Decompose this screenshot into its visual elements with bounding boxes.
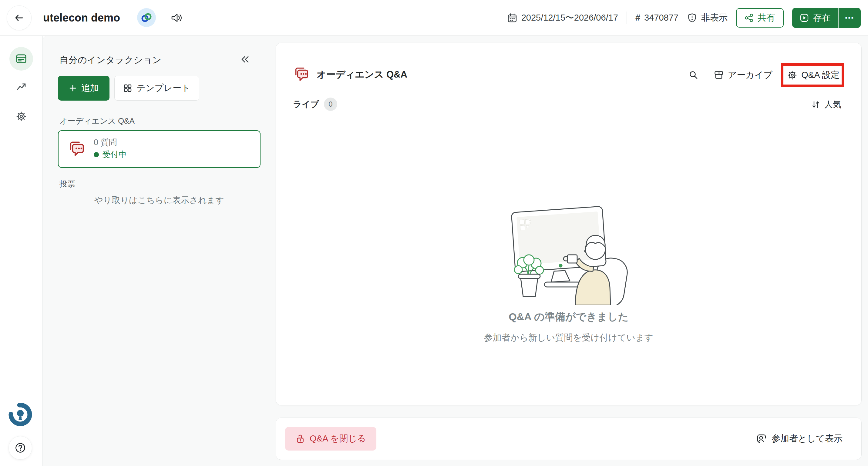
event-code[interactable]: # 3470877: [636, 13, 678, 23]
qa-bubbles-icon-small: [293, 66, 311, 83]
trending-up-icon: [16, 81, 27, 92]
present-split-button: 存在 ⋯: [792, 8, 861, 28]
qa-panel-title: オーディエンス Q&A: [317, 68, 407, 81]
view-as-participant-button[interactable]: 参加者として表示: [756, 418, 842, 460]
event-code-text: 3470877: [644, 13, 678, 23]
event-title: utelecon demo: [43, 0, 120, 35]
view-as-participant-label: 参加者として表示: [772, 433, 842, 445]
present-button[interactable]: 存在: [792, 8, 838, 28]
empty-state-title: Q&A の準備ができました: [508, 310, 628, 324]
templates-button[interactable]: テンプレート: [114, 76, 199, 101]
webex-logo-icon: [140, 11, 153, 24]
participant-view-icon: [756, 433, 767, 444]
rail-item-settings[interactable]: [16, 111, 27, 122]
back-arrow-icon: [13, 12, 25, 24]
qa-section-label: オーディエンス Q&A: [59, 116, 135, 126]
qa-interaction-card[interactable]: 0 質問 受付中: [58, 130, 260, 168]
back-button[interactable]: [7, 5, 32, 30]
add-interaction-button[interactable]: 追加: [58, 76, 110, 101]
present-label: 存在: [813, 12, 831, 24]
hash-icon: #: [636, 13, 640, 23]
share-label: 共有: [757, 12, 775, 24]
settings-gear-icon: [787, 70, 797, 80]
visibility-status[interactable]: 非表示: [687, 12, 727, 24]
live-tab-label: ライブ: [293, 98, 319, 110]
interactions-panel-heading: 自分のインタラクション: [59, 54, 161, 66]
archive-icon: [714, 70, 724, 80]
qa-settings-label: Q&A 設定: [801, 69, 839, 81]
share-button[interactable]: 共有: [736, 8, 784, 28]
close-qa-button[interactable]: Q&A を閉じる: [285, 427, 376, 451]
close-qa-label: Q&A を閉じる: [310, 433, 366, 445]
interactions-empty-hint: やり取りはこちらに表示されます: [58, 195, 260, 206]
qa-empty-state: Q&A の準備ができました 参加者から新しい質問を受け付けています: [276, 196, 861, 344]
present-play-icon: [800, 13, 809, 23]
empty-state-subtitle: 参加者から新しい質問を受け付けています: [484, 332, 653, 344]
announcement-icon[interactable]: [170, 11, 183, 25]
qa-status: 受付中: [94, 149, 127, 160]
collapse-panel-button[interactable]: [239, 53, 252, 66]
status-dot: [94, 152, 99, 157]
shield-alert-icon: [687, 13, 697, 23]
rail-item-analytics[interactable]: [16, 81, 27, 92]
qa-main-panel: オーディエンス Q&A: [276, 43, 862, 405]
template-label: テンプレート: [136, 82, 190, 94]
add-label: 追加: [81, 82, 99, 94]
archive-button[interactable]: アーカイブ: [714, 69, 773, 81]
share-icon: [745, 13, 754, 23]
live-tab[interactable]: ライブ 0: [293, 98, 337, 111]
top-bar: utelecon demo: [0, 0, 868, 36]
qa-status-label: 受付中: [102, 149, 127, 160]
archive-label: アーカイブ: [728, 69, 773, 81]
icon-rail: [0, 35, 43, 466]
template-grid-icon: [123, 84, 132, 93]
empty-state-illustration: [499, 196, 639, 305]
interactions-icon: [15, 53, 28, 65]
lock-open-icon: [296, 434, 305, 443]
question-mark-icon: [14, 442, 26, 454]
qa-bubbles-icon: [68, 140, 87, 158]
sort-button[interactable]: 人気: [811, 99, 841, 110]
help-button[interactable]: [8, 436, 32, 460]
qa-footer-bar: Q&A を閉じる 参加者として表示: [276, 418, 862, 460]
slido-logo: [7, 401, 33, 428]
webex-integration-badge[interactable]: [137, 8, 156, 27]
qa-panel-tools: アーカイブ Q&A 設定: [688, 65, 839, 85]
calendar-icon: [507, 13, 518, 23]
date-range-text: 2025/12/15〜2026/06/17: [521, 12, 618, 24]
qa-settings-button[interactable]: Q&A 設定: [787, 69, 839, 81]
plus-icon: [68, 84, 77, 92]
topbar-actions: 2025/12/15〜2026/06/17 # 3470877 非表示: [507, 0, 861, 35]
app-root: utelecon demo: [0, 0, 868, 466]
rail-item-interactions[interactable]: [9, 47, 33, 71]
content-area: 自分のインタラクション 追加 テンプレ: [42, 35, 868, 466]
qa-panel-header: オーディエンス Q&A: [293, 66, 407, 83]
polls-section-label: 投票: [59, 179, 75, 189]
live-count-badge: 0: [324, 98, 337, 111]
qa-question-count: 0 質問: [94, 137, 117, 148]
search-icon[interactable]: [688, 70, 699, 80]
gear-icon: [16, 111, 27, 122]
more-options-button[interactable]: ⋯: [839, 8, 861, 28]
visibility-text: 非表示: [701, 12, 727, 24]
event-dates[interactable]: 2025/12/15〜2026/06/17: [507, 12, 618, 24]
sort-arrows-icon: [811, 100, 820, 109]
sort-label: 人気: [824, 99, 841, 110]
